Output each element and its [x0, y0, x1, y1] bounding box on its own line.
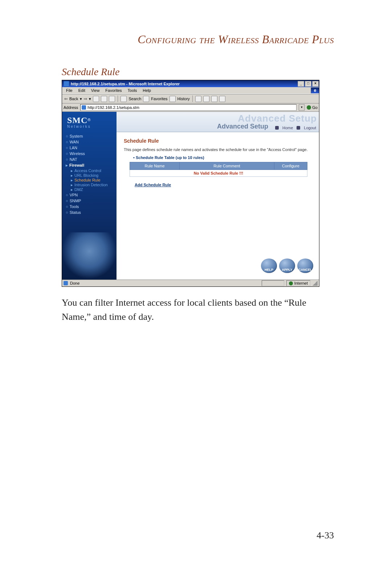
main-panel: Advanced Setup Advanced Setup Home Logou… — [117, 112, 319, 280]
hero-banner: Advanced Setup Advanced Setup Home Logou… — [117, 112, 319, 132]
status-cell — [262, 280, 284, 286]
nav-bullet-icon: ▸ — [66, 163, 68, 167]
nav-lan[interactable]: ○LAN — [66, 145, 117, 151]
hero-links: Home Logout — [275, 126, 316, 130]
nav-list: ○System ○WAN ○LAN ○Wireless ○NAT ▸Firewa… — [62, 132, 117, 215]
back-button[interactable]: Back — [69, 97, 78, 101]
nav-bullet-icon: ○ — [66, 199, 68, 203]
nav-bullet-icon: ○ — [66, 193, 68, 197]
nav-bullet-icon: ○ — [66, 151, 68, 156]
doc-section-title: Schedule Rule — [62, 66, 392, 78]
discuss-icon[interactable] — [219, 96, 225, 102]
nav-system[interactable]: ○System — [66, 133, 117, 139]
nav-status[interactable]: ○Status — [66, 209, 117, 215]
address-input[interactable]: http://192.168.2.1/setupa.stm — [80, 104, 297, 111]
nav-bullet-icon: ▸ — [71, 183, 73, 187]
logout-link[interactable]: Logout — [304, 126, 316, 130]
toolbar-back-label: ⇦ — [64, 97, 68, 101]
menu-help[interactable]: Help — [140, 88, 154, 93]
address-dropdown-icon[interactable]: ▾ — [299, 104, 305, 111]
history-icon[interactable] — [170, 96, 176, 102]
window-title: http://192.168.2.1/setupa.stm - Microsof… — [71, 82, 180, 86]
nav-url-blocking[interactable]: ▸URL Blocking — [66, 173, 117, 178]
hero-title: Advanced Setup — [217, 123, 268, 130]
col-configure: Configure — [274, 162, 307, 170]
menu-bar: File Edit View Favorites Tools Help — [62, 87, 319, 94]
logout-icon — [297, 126, 300, 130]
search-icon[interactable] — [121, 96, 127, 102]
status-page-icon — [64, 281, 68, 285]
favorites-button[interactable]: Favorites — [151, 97, 167, 101]
brand-subtitle: Networks — [67, 125, 117, 129]
address-bar: Address http://192.168.2.1/setupa.stm ▾ … — [62, 103, 319, 112]
nav-vpn[interactable]: ○VPN — [66, 192, 117, 198]
nav-wan[interactable]: ○WAN — [66, 139, 117, 145]
ie-logo-icon — [64, 81, 69, 87]
nav-bullet-icon: ○ — [66, 157, 68, 162]
page-number: 4-33 — [317, 530, 334, 541]
address-url: http://192.168.2.1/setupa.stm — [87, 105, 139, 110]
schedule-rule-panel: Schedule Rule This page defines schedule… — [117, 132, 319, 192]
print-icon[interactable] — [203, 96, 209, 102]
page-content: SMC® Networks ○System ○WAN ○LAN ○Wireles… — [62, 112, 319, 280]
nav-bullet-icon: ▸ — [71, 187, 73, 192]
window-maximize-button[interactable]: □ — [305, 81, 311, 87]
menu-favorites[interactable]: Favorites — [103, 88, 124, 93]
edit-icon[interactable] — [211, 96, 217, 102]
brand-registered-icon: ® — [87, 118, 90, 122]
col-rule-name: Rule Name — [130, 162, 180, 170]
status-zone: Internet — [286, 280, 310, 286]
nav-nat[interactable]: ○NAT — [66, 156, 117, 162]
address-label: Address — [64, 105, 78, 110]
nav-schedule-rule[interactable]: ▸Schedule Rule — [66, 178, 117, 183]
window-close-button[interactable]: × — [312, 81, 319, 87]
back-dropdown-icon[interactable]: ▾ — [80, 97, 82, 101]
resize-grip-icon[interactable] — [313, 281, 318, 286]
action-buttons: HELP APPLY CANCEL — [261, 258, 313, 273]
nav-access-control[interactable]: ▸Access Control — [66, 168, 117, 173]
go-label: Go — [312, 105, 318, 110]
home-icon — [275, 126, 279, 130]
nav-bullet-icon: ○ — [66, 140, 68, 144]
favorites-icon[interactable] — [143, 96, 149, 102]
add-schedule-rule-link[interactable]: Add Schedule Rule — [135, 183, 171, 187]
nav-intrusion[interactable]: ▸Intrusion Detection — [66, 183, 117, 187]
toolbar-separator — [192, 95, 193, 102]
forward-dropdown-icon[interactable]: ▾ — [89, 97, 91, 101]
status-text: Done — [70, 281, 79, 285]
window-minimize-button[interactable]: _ — [298, 81, 304, 87]
sidebar: SMC® Networks ○System ○WAN ○LAN ○Wireles… — [62, 112, 117, 280]
nav-bullet-icon: ○ — [66, 210, 68, 215]
menu-view[interactable]: View — [89, 88, 102, 93]
status-bar: Done Internet — [62, 280, 319, 286]
refresh-icon[interactable] — [101, 96, 107, 102]
panel-description: This page defines schedule rule names an… — [124, 147, 312, 152]
cancel-button[interactable]: CANCEL — [297, 258, 313, 273]
menu-tools[interactable]: Tools — [125, 88, 140, 93]
toolbar-separator — [118, 95, 118, 102]
forward-button[interactable]: ⇨ — [84, 97, 87, 101]
nav-wireless[interactable]: ○Wireless — [66, 151, 117, 156]
nav-dmz[interactable]: ▸DMZ — [66, 187, 117, 192]
ie-window: http://192.168.2.1/setupa.stm - Microsof… — [62, 80, 319, 287]
brand-name: SMC — [67, 115, 87, 125]
history-button[interactable]: History — [177, 97, 190, 101]
stop-icon[interactable] — [93, 96, 99, 102]
help-button[interactable]: HELP — [261, 258, 277, 273]
nav-bullet-icon: ○ — [66, 146, 68, 150]
no-valid-rule-message: No Valid Schedule Rule !!! — [130, 170, 307, 177]
home-link[interactable]: Home — [282, 126, 293, 130]
nav-tools[interactable]: ○Tools — [66, 204, 117, 209]
home-icon[interactable] — [109, 96, 115, 102]
nav-bullet-icon: ○ — [66, 134, 68, 138]
nav-snmp[interactable]: ○SNMP — [66, 198, 117, 204]
mail-icon[interactable] — [195, 96, 201, 102]
go-button[interactable]: Go — [307, 105, 318, 110]
search-button[interactable]: Search — [128, 97, 141, 101]
nav-firewall[interactable]: ▸Firewall — [66, 162, 117, 168]
apply-button[interactable]: APPLY — [279, 258, 295, 273]
nav-bullet-icon: ▸ — [71, 173, 73, 178]
menu-file[interactable]: File — [64, 88, 75, 93]
menu-edit[interactable]: Edit — [76, 88, 88, 93]
table-title: Schedule Rule Table (up to 10 rules) — [133, 155, 312, 160]
